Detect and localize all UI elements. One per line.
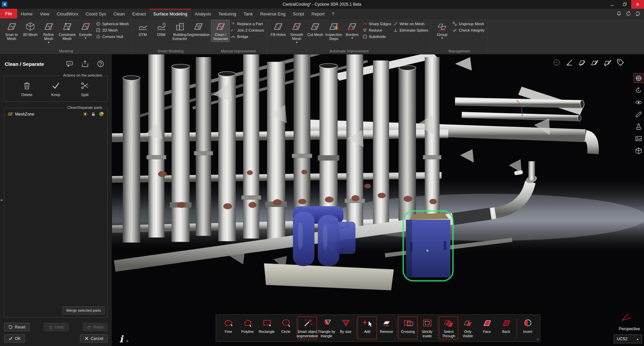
list-item-meshzone[interactable]: MeshZone bbox=[6, 110, 106, 118]
tab-cloudworx[interactable]: CloudWorx bbox=[53, 9, 82, 18]
subdivide-button[interactable]: Subdivide bbox=[363, 34, 391, 39]
spherical-mesh-button[interactable]: Spherical Mesh bbox=[96, 21, 129, 26]
smooth-mesh-button[interactable]: Smooth Mesh ▾ bbox=[288, 20, 306, 45]
sync-icon[interactable] bbox=[626, 11, 631, 16]
face-mode[interactable]: Face bbox=[478, 316, 497, 339]
toolbar-expand-chevron[interactable]: » bbox=[536, 338, 540, 340]
rectangle-selection-tool[interactable]: Rectangle bbox=[257, 316, 276, 339]
tab-texturing[interactable]: Texturing bbox=[215, 9, 240, 18]
bell-icon[interactable] bbox=[616, 11, 622, 16]
check-integrity-button[interactable]: Check Integrity bbox=[452, 28, 485, 33]
reset-button[interactable]: Reset bbox=[4, 323, 30, 331]
polyline-selection-tool[interactable]: Polyline bbox=[238, 316, 257, 339]
panel-collapse-handle[interactable]: ◂ bbox=[0, 198, 2, 202]
eliminate-spikes-button[interactable]: Eliminate Spikes bbox=[393, 28, 428, 33]
bridge-button[interactable]: Bridge bbox=[231, 34, 264, 39]
fill-holes-button[interactable]: Fill Holes bbox=[269, 20, 288, 38]
back-mode[interactable]: Back bbox=[497, 316, 516, 339]
projection-label[interactable]: Perspective bbox=[619, 327, 640, 331]
tab-reverse-eng[interactable]: Reverse Eng bbox=[257, 9, 289, 18]
only-visible-mode[interactable]: Only Visible bbox=[458, 316, 478, 339]
cut-mesh-button[interactable]: Cut Mesh bbox=[306, 20, 325, 38]
split-button[interactable]: Split bbox=[76, 81, 94, 97]
refine-mesh-button[interactable]: Refine Mesh ▾ bbox=[39, 20, 58, 45]
scan-to-mesh-button[interactable]: Scan to Mesh bbox=[2, 20, 21, 42]
replace-a-part-button[interactable]: Replace a Part bbox=[231, 21, 264, 26]
undo-button[interactable]: Undo bbox=[44, 323, 69, 331]
ungroup-mesh-button[interactable]: Ungroup Mesh bbox=[452, 21, 485, 26]
strictly-inside-mode[interactable]: Strictly inside bbox=[418, 316, 437, 339]
circle-selection-tool[interactable]: Circle bbox=[276, 316, 296, 339]
3d-viewport[interactable]: Free Polyline Rectangle Circle Smart obj… bbox=[112, 54, 644, 346]
export-icon[interactable] bbox=[81, 60, 89, 68]
ucs-selector[interactable]: UCS2 ▲ bbox=[614, 335, 642, 343]
restore-button[interactable] bbox=[618, 0, 631, 9]
segmentation-button[interactable]: Segmentation bbox=[189, 20, 207, 38]
tab-surface-modeling[interactable]: Surface Modeling bbox=[150, 9, 191, 18]
clean-separate-button[interactable]: Clean / Separate bbox=[211, 20, 230, 42]
orbit-view-button[interactable] bbox=[634, 73, 643, 83]
close-button[interactable]: × bbox=[631, 0, 644, 9]
dtm-button[interactable]: DTM bbox=[134, 20, 152, 38]
keep-button[interactable]: Keep bbox=[47, 81, 65, 97]
draw-view-button[interactable] bbox=[634, 110, 643, 119]
tab-script[interactable]: Script bbox=[289, 9, 308, 18]
tab-report[interactable]: Report bbox=[308, 9, 328, 18]
building-extractor-button[interactable]: Building Extractor bbox=[171, 20, 189, 42]
sharp-edges-button[interactable]: Sharp Edges bbox=[363, 21, 391, 26]
extrude-button[interactable]: Extrude ▾ bbox=[76, 20, 95, 41]
measure-angle-icon[interactable] bbox=[565, 58, 573, 67]
free-selection-tool[interactable]: Free bbox=[219, 316, 238, 339]
tab-tank[interactable]: Tank bbox=[240, 9, 256, 18]
tab-view[interactable]: View bbox=[36, 9, 53, 18]
borders-button[interactable]: Borders ▾ bbox=[343, 20, 362, 41]
refresh-icon[interactable] bbox=[635, 11, 641, 16]
add-selection-mode[interactable]: Add bbox=[358, 316, 377, 339]
convex-hull-button[interactable]: Convex Hull bbox=[96, 34, 129, 39]
tab-help[interactable]: ? bbox=[328, 9, 338, 18]
file-menu-button[interactable]: File bbox=[0, 9, 17, 18]
tab-extract[interactable]: Extract bbox=[128, 9, 149, 18]
dsm-button[interactable]: DSM bbox=[152, 20, 171, 38]
reduce-button[interactable]: Reduce bbox=[363, 28, 391, 33]
representation-sphere-icon[interactable] bbox=[99, 112, 104, 117]
tab-coord-sys[interactable]: Coord Sys bbox=[82, 9, 110, 18]
reticle-icon[interactable] bbox=[553, 58, 561, 67]
join-2-contours-button[interactable]: Join 2 Contours bbox=[231, 28, 264, 33]
visibility-sun-icon[interactable] bbox=[83, 112, 88, 117]
rotate-view-button[interactable] bbox=[634, 85, 643, 95]
tag-icon[interactable] bbox=[616, 58, 624, 67]
delete-button[interactable]: Delete bbox=[18, 81, 36, 97]
flask-button[interactable] bbox=[634, 122, 643, 131]
tab-home[interactable]: Home bbox=[17, 9, 36, 18]
redo-button[interactable]: Redo bbox=[83, 323, 108, 331]
info-icon[interactable]: i bbox=[119, 335, 123, 343]
cancel-button[interactable]: Cancel bbox=[80, 334, 108, 343]
comment-icon[interactable] bbox=[66, 60, 73, 68]
measure-mesh-icon[interactable] bbox=[578, 58, 586, 67]
merge-selected-parts-button[interactable]: Merge selected parts bbox=[63, 306, 105, 314]
tab-clean[interactable]: Clean bbox=[110, 9, 128, 18]
constraint-mesh-button[interactable]: Constraint Mesh bbox=[58, 20, 76, 42]
invert-selection[interactable]: Invert bbox=[518, 316, 537, 339]
2d-mesh-button[interactable]: 2D Mesh bbox=[96, 28, 129, 33]
camera-view-button[interactable] bbox=[634, 97, 643, 107]
snapshot-button[interactable] bbox=[634, 134, 643, 143]
group-button[interactable]: Group ▾ bbox=[433, 20, 451, 41]
cube-view-button[interactable] bbox=[634, 146, 643, 156]
help-icon[interactable] bbox=[97, 60, 104, 68]
by-size-tool[interactable]: By size bbox=[336, 316, 355, 339]
remove-selection-mode[interactable]: Remove bbox=[377, 316, 396, 339]
triangle-by-triangle-tool[interactable]: Triangle by triangle bbox=[317, 316, 336, 339]
ok-button[interactable]: OK bbox=[4, 334, 25, 343]
write-on-mesh-button[interactable]: Write on Mesh bbox=[393, 21, 428, 26]
info-more-chevrons[interactable]: » bbox=[126, 338, 128, 343]
inspection-steps-button[interactable]: Inspection Steps bbox=[325, 20, 343, 42]
edit-mesh-icon[interactable] bbox=[591, 58, 599, 67]
3d-mesh-button[interactable]: 3D Mesh bbox=[21, 20, 39, 38]
edit-mesh-alt-icon[interactable] bbox=[604, 58, 612, 67]
select-through-mode[interactable]: Select Through bbox=[439, 316, 458, 339]
tab-analysis[interactable]: Analysis bbox=[191, 9, 215, 18]
crossing-mode[interactable]: Crossing bbox=[399, 316, 418, 339]
smart-object-segmentation-tool[interactable]: Smart object segmentation bbox=[298, 316, 317, 339]
